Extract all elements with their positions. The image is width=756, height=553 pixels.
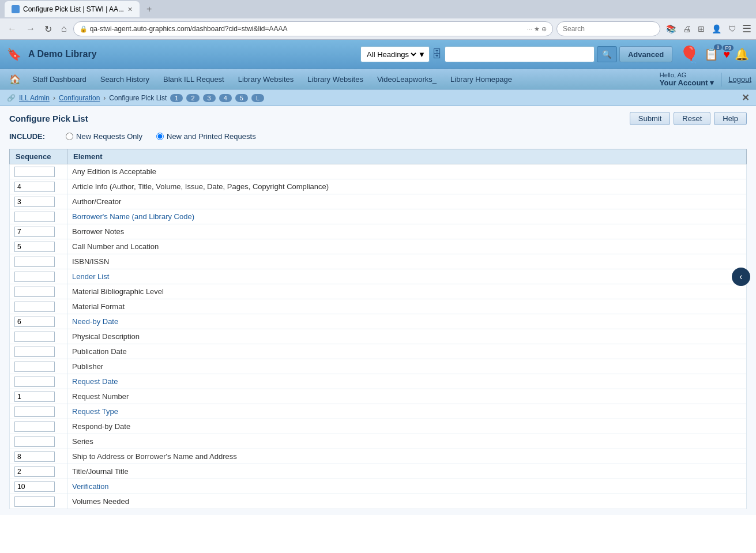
browser-tab[interactable]: Configure Pick List | STWI | AA... ✕ <box>5 1 140 17</box>
seq-cell <box>10 494 67 509</box>
seq-input[interactable] <box>14 467 55 477</box>
forward-button[interactable]: → <box>23 22 38 35</box>
alerts-button[interactable]: 🔔 <box>735 47 749 61</box>
element-cell: ISBN/ISSN <box>67 254 747 269</box>
seq-input[interactable] <box>14 347 55 357</box>
seq-input[interactable] <box>14 452 55 462</box>
back-button[interactable]: ← <box>5 22 20 35</box>
sidebar-item-staff-dashboard[interactable]: Staff Dashboard <box>25 69 93 90</box>
seq-input[interactable] <box>14 392 55 402</box>
seq-input[interactable] <box>14 481 55 492</box>
step-1-badge[interactable]: 1 <box>170 94 183 102</box>
col-element: Element <box>67 149 747 164</box>
tab-favicon <box>12 5 20 13</box>
seq-input[interactable] <box>14 182 55 192</box>
notifications-button[interactable]: 📋8 <box>704 47 719 61</box>
table-row: Physical Description <box>10 329 747 344</box>
view-icon[interactable]: ⊞ <box>695 23 707 35</box>
reload-button[interactable]: ↻ <box>42 22 55 36</box>
sidebar-item-lib-websites-1[interactable]: Library Websites <box>231 69 301 90</box>
seq-input[interactable] <box>14 407 55 417</box>
step-3-badge[interactable]: 3 <box>203 94 216 102</box>
element-cell: Author/Creator <box>67 194 747 209</box>
seq-cell <box>10 344 67 359</box>
url-display: qa-stwi-agent.auto-graphics.com/dashboar… <box>90 25 525 33</box>
breadcrumb-configuration[interactable]: Configuration <box>59 94 100 102</box>
element-cell: Publisher <box>67 359 747 374</box>
page-header: Configure Pick List Submit Reset Help <box>9 112 747 125</box>
advanced-search-button[interactable]: Advanced <box>619 46 672 62</box>
seq-input[interactable] <box>14 257 55 267</box>
scroll-back-button[interactable]: ‹ <box>732 268 750 286</box>
table-row: Borrower's Name (and Library Code) <box>10 209 747 224</box>
step-4-badge[interactable]: 4 <box>219 94 232 102</box>
seq-cell <box>10 254 67 269</box>
radio-new-only-input[interactable] <box>66 133 73 140</box>
seq-input[interactable] <box>14 272 55 282</box>
seq-input[interactable] <box>14 227 55 237</box>
step-5-badge[interactable]: 5 <box>235 94 248 102</box>
seq-input[interactable] <box>14 332 55 342</box>
seq-cell <box>10 434 67 449</box>
sidebar-item-lib-websites-2[interactable]: Library Websites <box>300 69 370 90</box>
favorites-button[interactable]: ♥F9 <box>723 48 730 61</box>
bookmarks-icon[interactable]: 📚 <box>664 23 678 35</box>
address-bar[interactable]: 🔒 qa-stwi-agent.auto-graphics.com/dashbo… <box>73 21 553 36</box>
page-title: Configure Pick List <box>9 114 88 123</box>
seq-input[interactable] <box>14 362 55 372</box>
radio-new-requests-only[interactable]: New Requests Only <box>66 132 142 141</box>
seq-input[interactable] <box>14 437 55 447</box>
element-cell: Article Info (Author, Title, Volume, Iss… <box>67 179 747 194</box>
shield-icon[interactable]: 🛡 <box>726 23 739 35</box>
app-title: A Demo Library <box>28 49 97 59</box>
browser-menu-btn[interactable]: ☰ <box>742 22 751 35</box>
seq-cell <box>10 239 67 254</box>
seq-input[interactable] <box>14 317 55 327</box>
seq-input[interactable] <box>14 212 55 222</box>
profile-icon[interactable]: 👤 <box>709 23 724 35</box>
nav-bar: 🏠 Staff Dashboard Search History Blank I… <box>0 69 756 89</box>
element-cell: Borrower's Name (and Library Code) <box>67 209 747 224</box>
submit-button[interactable]: Submit <box>630 112 670 125</box>
table-row: Publication Date <box>10 344 747 359</box>
search-input[interactable] <box>445 46 595 62</box>
seq-input[interactable] <box>14 377 55 387</box>
seq-input[interactable] <box>14 197 55 207</box>
print-icon[interactable]: 🖨 <box>680 23 693 35</box>
your-account-button[interactable]: Your Account ▾ <box>660 78 714 87</box>
radio-new-and-printed[interactable]: New and Printed Requests <box>156 132 256 141</box>
search-button[interactable]: 🔍 <box>597 46 617 62</box>
browser-search-input[interactable] <box>556 21 660 36</box>
database-icon[interactable]: 🗄 <box>432 48 442 61</box>
seq-input[interactable] <box>14 302 55 312</box>
table-row: Material Bibliographic Level <box>10 284 747 299</box>
sidebar-item-lib-homepage[interactable]: Library Homepage <box>443 69 519 90</box>
breadcrumb-ill-admin[interactable]: ILL Admin <box>19 94 50 102</box>
reset-button[interactable]: Reset <box>674 112 710 125</box>
step-l-badge[interactable]: L <box>251 94 264 102</box>
headings-dropdown[interactable]: All Headings <box>364 50 418 59</box>
step-2-badge[interactable]: 2 <box>186 94 199 102</box>
new-tab-btn[interactable]: + <box>143 3 155 16</box>
tab-close-btn[interactable]: ✕ <box>127 6 133 13</box>
sidebar-item-search-history[interactable]: Search History <box>93 69 156 90</box>
headings-select[interactable]: All Headings ▼ <box>360 46 430 62</box>
table-row: Lender List <box>10 269 747 284</box>
nav-home-btn[interactable]: 🏠 <box>5 69 25 90</box>
seq-input[interactable] <box>14 167 55 177</box>
seq-input[interactable] <box>14 422 55 432</box>
sidebar-item-blank-ill[interactable]: Blank ILL Request <box>156 69 231 90</box>
sidebar-item-videoleapworks[interactable]: VideoLeapworks_ <box>370 69 443 90</box>
logout-button[interactable]: Logout <box>728 75 751 84</box>
home-button[interactable]: ⌂ <box>58 22 70 35</box>
breadcrumb-close-btn[interactable]: ✕ <box>742 92 749 103</box>
radio-new-printed-input[interactable] <box>156 133 164 140</box>
help-button[interactable]: Help <box>714 112 747 125</box>
seq-input[interactable] <box>14 242 55 252</box>
security-lock-icon: 🔒 <box>80 25 88 33</box>
browser-titlebar: Configure Pick List | STWI | AA... ✕ + <box>0 0 756 18</box>
seq-input[interactable] <box>14 287 55 297</box>
seq-input[interactable] <box>14 496 55 507</box>
header-right: 🎈 📋8 ♥F9 🔔 <box>679 45 749 64</box>
hello-text: Hello, AG Your Account ▾ <box>660 72 714 87</box>
